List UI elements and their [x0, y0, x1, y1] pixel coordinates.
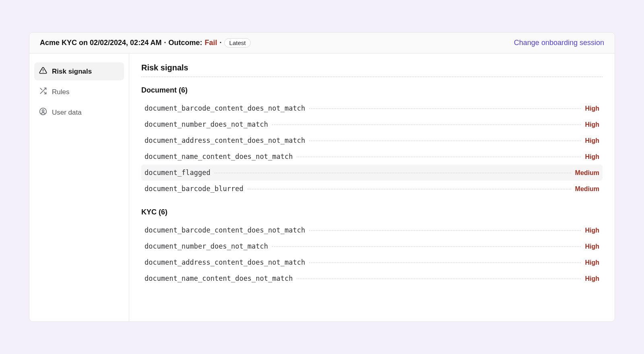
dotted-fill	[297, 278, 581, 279]
change-session-link[interactable]: Change onboarding session	[514, 39, 604, 47]
dotted-fill	[309, 262, 581, 263]
signal-name: document_name_content_does_not_match	[144, 274, 293, 282]
sidebar-item-label: Risk signals	[52, 68, 92, 76]
session-title: Acme KYC on 02/02/2024, 02:24 AM	[40, 39, 161, 47]
group-title: KYC (6)	[141, 208, 603, 216]
signal-row[interactable]: document_barcode_blurredMedium	[141, 181, 603, 197]
user-circle-icon	[39, 107, 47, 117]
signal-name: document_address_content_does_not_match	[144, 258, 305, 266]
signal-row[interactable]: document_number_does_not_matchHigh	[141, 238, 603, 254]
signal-row[interactable]: document_barcode_content_does_not_matchH…	[141, 100, 603, 116]
signal-name: document_number_does_not_match	[144, 242, 268, 250]
signal-row[interactable]: document_address_content_does_not_matchH…	[141, 254, 603, 270]
sidebar-item-risk-signals[interactable]: Risk signals	[34, 62, 124, 80]
signal-severity: High	[585, 243, 599, 250]
warning-triangle-icon	[39, 66, 47, 76]
sidebar-item-user-data[interactable]: User data	[34, 103, 124, 121]
signal-row[interactable]: document_address_content_does_not_matchH…	[141, 132, 603, 148]
dotted-fill	[272, 246, 581, 247]
main-content: Risk signals Document (6)document_barcod…	[129, 54, 615, 321]
dotted-fill	[297, 156, 581, 157]
signal-group: KYC (6)document_barcode_content_does_not…	[141, 208, 603, 286]
signal-row[interactable]: document_number_does_not_matchHigh	[141, 116, 603, 132]
signal-name: document_address_content_does_not_match	[144, 136, 305, 144]
signal-row[interactable]: document_flaggedMedium	[141, 165, 603, 181]
signal-row[interactable]: document_name_content_does_not_matchHigh	[141, 148, 603, 165]
sidebar-item-label: User data	[52, 109, 82, 117]
page-title: Risk signals	[141, 63, 603, 72]
sidebar-item-rules[interactable]: Rules	[34, 83, 124, 101]
signal-row[interactable]: document_barcode_content_does_not_matchH…	[141, 222, 603, 238]
separator: ·	[220, 39, 222, 47]
dotted-fill	[309, 230, 581, 231]
signal-severity: High	[585, 137, 599, 144]
signal-severity: High	[585, 227, 599, 234]
dotted-fill	[272, 124, 581, 125]
latest-badge: Latest	[224, 38, 251, 47]
signal-group: Document (6)document_barcode_content_doe…	[141, 86, 603, 197]
shuffle-icon	[39, 87, 47, 97]
title-underline	[141, 76, 603, 77]
svg-line-4	[40, 88, 42, 90]
signal-severity: High	[585, 105, 599, 112]
svg-point-6	[42, 110, 44, 112]
signal-name: document_barcode_content_does_not_match	[144, 104, 305, 112]
signal-severity: Medium	[575, 169, 599, 177]
signal-row[interactable]: document_name_content_does_not_matchHigh	[141, 270, 603, 286]
sidebar-item-label: Rules	[52, 88, 69, 96]
dotted-fill	[309, 108, 581, 109]
outcome-value: Fail	[205, 39, 217, 47]
signal-severity: High	[585, 275, 599, 282]
signal-severity: High	[585, 259, 599, 266]
separator: ·	[164, 39, 166, 47]
dotted-fill	[309, 140, 581, 141]
signal-severity: Medium	[575, 185, 599, 193]
dotted-fill	[215, 173, 571, 173]
sidebar: Risk signals Rules User data	[29, 54, 129, 321]
signal-name: document_name_content_does_not_match	[144, 152, 293, 161]
topbar: Acme KYC on 02/02/2024, 02:24 AM · Outco…	[29, 33, 615, 54]
dotted-fill	[248, 189, 571, 189]
session-card: Acme KYC on 02/02/2024, 02:24 AM · Outco…	[29, 32, 615, 322]
signal-name: document_barcode_content_does_not_match	[144, 226, 305, 234]
outcome-label: Outcome:	[169, 39, 202, 47]
group-title: Document (6)	[141, 86, 603, 95]
signal-name: document_barcode_blurred	[144, 185, 244, 193]
signal-name: document_number_does_not_match	[144, 120, 268, 128]
signal-severity: High	[585, 121, 599, 128]
body: Risk signals Rules User data Risk signal…	[29, 54, 615, 321]
signal-severity: High	[585, 153, 599, 161]
signal-name: document_flagged	[144, 169, 211, 177]
